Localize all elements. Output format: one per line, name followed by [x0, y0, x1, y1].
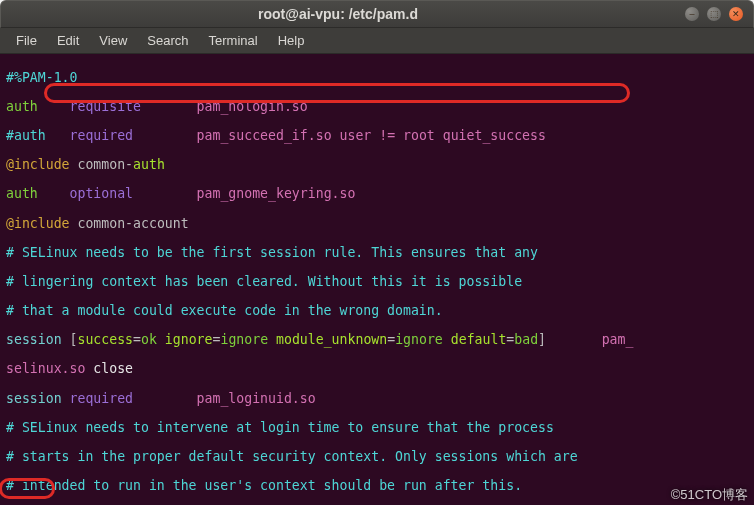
selinux-close-line: selinux.so close [6, 362, 750, 377]
auth-requisite-line: auth requisite pam_nologin.so [6, 100, 750, 115]
window-titlebar: root@ai-vpu: /etc/pam.d – ⬚ ✕ [0, 0, 754, 28]
window-controls: – ⬚ ✕ [675, 7, 753, 21]
comment-selinux-3: # that a module could execute code in th… [6, 304, 750, 319]
comment-selinux-2: # lingering context has been cleared. Wi… [6, 275, 750, 290]
menu-edit[interactable]: Edit [49, 31, 87, 50]
watermark: ©51CTO博客 [671, 488, 748, 503]
window-title: root@ai-vpu: /etc/pam.d [1, 6, 675, 22]
minimize-button[interactable]: – [685, 7, 699, 21]
include-common-account: @include common-account [6, 217, 750, 232]
include-common-auth: @include common-auth [6, 158, 750, 173]
auth-required-commented-line: #auth required pam_succeed_if.so user !=… [6, 129, 750, 144]
comment-selinux-1: # SELinux needs to be the first session … [6, 246, 750, 261]
terminal-viewport[interactable]: #%PAM-1.0 auth requisite pam_nologin.so … [0, 54, 754, 505]
menu-search[interactable]: Search [139, 31, 196, 50]
menu-file[interactable]: File [8, 31, 45, 50]
comment-selinux-5: # starts in the proper default security … [6, 450, 750, 465]
maximize-button[interactable]: ⬚ [707, 7, 721, 21]
session-bracket-1: session [success=ok ignore=ignore module… [6, 333, 750, 348]
pam-header: #%PAM-1.0 [6, 71, 750, 86]
comment-selinux-4: # SELinux needs to intervene at login ti… [6, 421, 750, 436]
auth-optional-line: auth optional pam_gnome_keyring.so [6, 187, 750, 202]
comment-selinux-6: # intended to run in the user's context … [6, 479, 750, 494]
close-button[interactable]: ✕ [729, 7, 743, 21]
menu-terminal[interactable]: Terminal [201, 31, 266, 50]
session-required-loginuid: session required pam_loginuid.so [6, 392, 750, 407]
menu-help[interactable]: Help [270, 31, 313, 50]
menu-view[interactable]: View [91, 31, 135, 50]
menu-bar: File Edit View Search Terminal Help [0, 28, 754, 54]
